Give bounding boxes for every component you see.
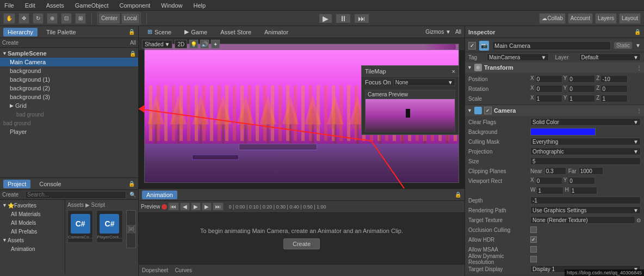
game-tab[interactable]: ▶ Game [179,27,213,36]
allow-msaa-checkbox[interactable] [530,246,537,253]
audio-toggle[interactable]: 🔊 [200,40,209,48]
tile-palette-tab[interactable]: Tile Palette [42,28,81,36]
2d-btn[interactable]: 2D [175,40,187,48]
search-icon[interactable]: 🔍 [129,192,136,198]
far-input[interactable] [579,167,603,175]
menu-item-gameobject[interactable]: GameObject [73,2,111,9]
scale-z[interactable] [600,95,628,102]
account-btn[interactable]: Account [568,13,593,24]
move-tool-btn[interactable]: ✥ [18,13,29,24]
rot-z[interactable] [600,85,628,93]
scale-y[interactable] [568,95,595,102]
project-lock-icon[interactable]: 🔒 [128,181,135,187]
player-script-asset[interactable]: C# PlayerCont... [96,210,122,243]
pos-z[interactable] [600,75,628,83]
hierarchy-tab[interactable]: Hierarchy [3,28,38,36]
scale-x[interactable] [535,95,562,102]
allow-hdr-checkbox[interactable] [530,236,537,243]
occlusion-checkbox[interactable] [530,226,537,233]
scale-tool-btn[interactable]: ⊕ [47,13,58,24]
inspector-lock-icon[interactable]: 🔒 [634,29,641,35]
shaded-btn[interactable]: Shaded ▼ [142,40,172,48]
static-dropdown-icon[interactable]: ▼ [635,42,641,48]
menu-item-help[interactable]: Help [191,2,208,9]
allow-dynamic-checkbox[interactable] [530,256,537,262]
pos-x[interactable] [535,75,562,83]
anim-prev-btn[interactable]: ⏮ [168,203,179,211]
anim-play-btn[interactable]: ▶ [191,203,201,211]
all-label[interactable]: All [130,40,136,46]
tag-dropdown[interactable]: MainCamera ▼ [487,53,549,61]
transform-tool-btn[interactable]: ⊞ [75,13,86,24]
transform-header[interactable]: ▼ ⊕ Transform ⋮ [465,62,644,73]
tilemap-close-icon[interactable]: × [452,68,455,75]
dopesheet-btn[interactable]: Dopesheet [142,267,168,273]
projection-dropdown[interactable]: Orthographic ▼ [530,148,641,155]
camera-script-asset[interactable]: C# CameraCo... [67,210,93,243]
object-active-toggle[interactable]: ✓ [468,42,476,50]
scene-tab[interactable]: ⊞ Scene [142,27,177,36]
camera-header[interactable]: ▼ ✓ Camera ⋮ [465,105,644,116]
menu-item-window[interactable]: Window [159,2,184,9]
step-btn[interactable]: ⏭ [355,14,369,23]
assets-tree-item[interactable]: ▼ Assets [0,236,65,244]
animation-lock-icon[interactable]: 🔒 [455,192,461,198]
menu-item-file[interactable]: File [2,2,16,9]
rot-y[interactable] [568,85,595,93]
console-tab[interactable]: Console [35,180,65,188]
hierarchy-scene-root[interactable]: ▼ SampleScene 🔒 [0,49,138,58]
hierarchy-item-badground2[interactable]: bad ground [0,119,138,127]
pos-y[interactable] [568,75,595,83]
record-btn[interactable] [162,204,167,210]
transform-menu-icon[interactable]: ⋮ [636,65,642,71]
animator-tab[interactable]: Animator [259,28,294,36]
rot-x[interactable] [535,85,562,93]
anim-next-btn[interactable]: ⏭ [213,203,224,211]
background-color[interactable] [530,128,596,136]
gizmos-btn[interactable]: Gizmos ▼ [425,29,451,35]
play-btn[interactable]: ▶ [319,14,332,23]
hierarchy-lock-icon[interactable]: 🔒 [128,29,135,35]
camera-menu-icon[interactable]: ⋮ [636,108,642,114]
hand-tool-btn[interactable]: ✋ [3,13,15,24]
rect-tool-btn[interactable]: ⊡ [61,13,72,24]
light-toggle[interactable]: 💡 [189,40,198,48]
rendering-path-dropdown[interactable]: Use Graphics Settings ▼ [530,206,641,214]
all-prefabs-item[interactable]: All Prefabs [0,227,65,236]
anim-next-frame-btn[interactable]: ▶ [202,203,212,211]
create-label[interactable]: Create [2,40,18,46]
object-name-input[interactable] [492,41,611,50]
rotate-tool-btn[interactable]: ↻ [33,13,44,24]
clear-flags-dropdown[interactable]: Solid Color ▼ [530,118,641,126]
vp-x[interactable] [535,177,562,185]
all-label[interactable]: All [455,29,461,35]
all-models-item[interactable]: All Models [0,218,65,227]
depth-input[interactable] [530,197,641,204]
layer-dropdown[interactable]: Default ▼ [579,53,641,61]
layout-btn[interactable]: Layout [619,13,641,24]
menu-item-component[interactable]: Component [117,2,152,9]
menu-item-edit[interactable]: Edit [23,2,38,9]
anim-prev-frame-btn[interactable]: ◀ [180,203,190,211]
near-input[interactable] [544,167,566,175]
favorites-tree-item[interactable]: ▼ ⭐ Favorites [0,201,65,210]
size-input[interactable] [530,157,641,165]
create-animator-btn[interactable]: Create [283,238,320,249]
all-materials-item[interactable]: All Materials [0,210,65,218]
local-btn[interactable]: Local [121,13,140,24]
menu-item-assets[interactable]: Assets [44,2,66,9]
project-search-input[interactable] [25,191,126,199]
vp-w[interactable] [536,187,564,194]
focus-on-dropdown[interactable]: None ▼ [393,78,455,86]
asset-store-tab[interactable]: Asset Store [215,28,257,36]
hierarchy-item-main-camera[interactable]: Main Camera [0,58,138,66]
hierarchy-item-grid[interactable]: ▶ Grid [0,101,138,110]
hierarchy-item-background3[interactable]: background (3) [0,93,138,101]
vp-h[interactable] [570,187,597,194]
preview-label[interactable]: Preview [141,204,160,210]
center-btn[interactable]: Center [98,13,120,24]
hierarchy-item-player[interactable]: Player [0,127,138,136]
vp-y[interactable] [568,177,595,185]
hierarchy-item-background1[interactable]: background (1) [0,75,138,84]
layers-btn[interactable]: Layers [595,13,617,24]
